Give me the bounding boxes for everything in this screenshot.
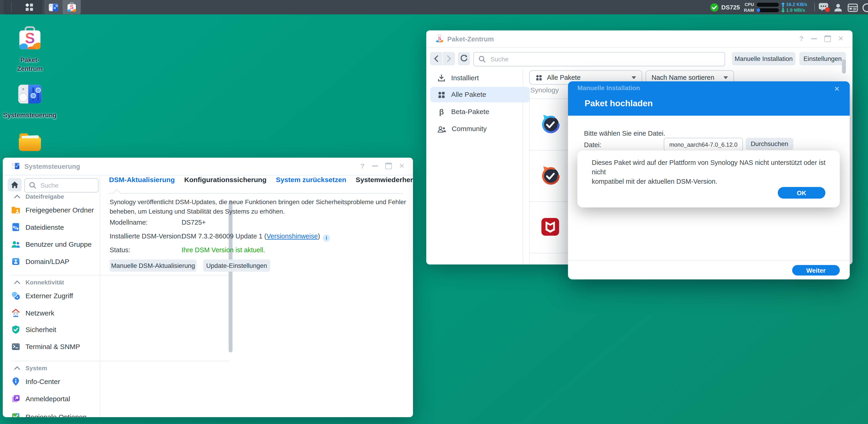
package-center-icon: S	[435, 34, 444, 43]
sidebar-section-system[interactable]: System	[14, 365, 47, 371]
widgets-icon[interactable]	[847, 3, 858, 12]
package-icon-antivirus[interactable]	[540, 217, 560, 237]
manual-dsm-update-button[interactable]: Manuelle DSM-Aktualisierung	[110, 260, 196, 272]
upload-arrow-icon	[781, 2, 785, 7]
dsm-version-label: Installierte DSM-Version:	[110, 232, 183, 240]
maximize-button[interactable]	[385, 163, 392, 169]
info-icon[interactable]: i	[323, 234, 330, 241]
settings-button[interactable]: Einstellungen	[800, 52, 846, 65]
sidebar-item-login-portal[interactable]: Anmeldeportal	[11, 394, 70, 403]
status-value: Ihre DSM Version ist aktuell.	[182, 246, 265, 254]
window-controls: ? ✕	[799, 35, 844, 42]
dialog-header: Manuelle Installation ✕ Paket hochladen	[568, 81, 850, 116]
sidebar-item-domain-ldap[interactable]: Konnektivität Domain/LDAP	[11, 257, 69, 266]
tab-dsm-update[interactable]: DSM-Aktualisierung	[109, 176, 175, 184]
control-panel-search[interactable]	[24, 178, 98, 193]
desktop-icon-control-panel[interactable]: Systemsteuerung	[0, 81, 63, 119]
sidebar-item-file-services[interactable]: Dateidienste	[11, 222, 64, 232]
sidebar-item-all-packages[interactable]: Alle Pakete	[430, 87, 530, 102]
window-title: Paket-Zentrum	[447, 35, 494, 43]
file-path-input[interactable]	[668, 140, 742, 148]
download-speed: 1.9 MB/s	[781, 7, 805, 12]
help-button[interactable]: ?	[799, 35, 803, 42]
ok-button[interactable]: OK	[778, 187, 826, 199]
info-center-icon	[11, 377, 21, 386]
chevron-up-icon	[14, 280, 21, 285]
taskbar-app-package-center[interactable]: S	[63, 0, 81, 14]
package-search[interactable]	[473, 52, 725, 66]
back-button[interactable]	[430, 52, 442, 65]
package-icon-active-backup-red[interactable]	[540, 165, 560, 185]
sidebar-item-community[interactable]: Community	[430, 122, 530, 136]
next-button[interactable]: Weiter	[792, 265, 840, 276]
sidebar-item-shared-folder[interactable]: Freigegebener Ordner	[11, 205, 94, 215]
sidebar-item-security[interactable]: Sicherheit	[11, 325, 56, 334]
desktop-icon-package-center[interactable]: S Paket- Zentrum	[2, 26, 58, 73]
svg-text:S: S	[70, 4, 73, 10]
taskbar: S DS725 CPU RAM 16.2 KB/s 1.9 MB/s	[0, 0, 868, 14]
close-button[interactable]: ✕	[399, 163, 405, 169]
home-button[interactable]	[8, 178, 22, 192]
security-shield-icon	[11, 325, 21, 334]
upload-speed: 16.2 KB/s	[781, 2, 807, 7]
sidebar-section-file-sharing[interactable]: Dateifreigabe	[14, 193, 64, 200]
forward-button[interactable]	[443, 52, 455, 65]
help-button[interactable]: ?	[360, 163, 364, 169]
close-button[interactable]: ✕	[838, 35, 844, 42]
sidebar-item-info-center[interactable]: Info-Center	[11, 377, 60, 386]
all-packages-icon	[535, 74, 542, 81]
notifications-icon[interactable]	[819, 2, 831, 13]
sidebar-scrollbar[interactable]	[229, 200, 232, 353]
control-panel-icon	[48, 2, 59, 12]
search-input[interactable]	[39, 182, 98, 189]
sidebar-item-regional-options[interactable]: Regionale Optionen	[11, 412, 87, 417]
tab-system-reset[interactable]: System zurücksetzen	[276, 176, 346, 184]
update-settings-button[interactable]: Update-Einstellungen	[203, 260, 270, 272]
sidebar-item-installed[interactable]: Installiert	[430, 71, 530, 85]
all-packages-icon	[437, 90, 445, 99]
user-menu-icon[interactable]	[833, 3, 843, 12]
maximize-button[interactable]	[824, 35, 831, 42]
content-scrollbar[interactable]	[842, 59, 846, 73]
dsm-version-value: DSM 7.3.2-86009 Update 1 (Versionshinwei…	[182, 232, 330, 242]
refresh-button[interactable]	[458, 52, 470, 65]
tab-system-restore[interactable]: Systemwiederherstellung	[356, 176, 413, 184]
svg-text:S: S	[438, 36, 441, 41]
minimize-button[interactable]	[372, 165, 378, 167]
search-input[interactable]	[489, 56, 725, 63]
sidebar-section-connectivity[interactable]: Konnektivität	[14, 279, 64, 286]
minimize-button[interactable]	[811, 38, 817, 39]
installed-icon	[437, 74, 445, 82]
terminal-icon	[11, 342, 21, 351]
network-icon	[11, 308, 21, 318]
shared-folder-icon	[11, 205, 21, 215]
chevron-right-icon	[447, 56, 451, 62]
sidebar-item-network[interactable]: Netzwerk	[11, 308, 54, 318]
sidebar-item-external-access[interactable]: Externer Zugriff	[11, 291, 73, 300]
package-center-icon: S	[17, 26, 43, 52]
search-icon	[29, 182, 37, 189]
chevron-down-icon	[632, 76, 636, 79]
taskbar-open-apps: S	[44, 0, 81, 14]
ram-usage-bar	[757, 8, 779, 12]
file-prompt: Bitte wählen Sie eine Datei.	[584, 129, 665, 137]
system-health-icon[interactable]	[710, 3, 718, 11]
control-panel-icon	[17, 81, 43, 107]
tab-config-backup[interactable]: Konfigurationssicherung	[184, 176, 267, 184]
sidebar-item-user-group[interactable]: Benutzer und Gruppe	[11, 239, 92, 249]
package-icon-active-backup[interactable]	[540, 114, 560, 134]
section-heading: Synology	[530, 86, 559, 94]
browse-button[interactable]: Durchsuchen	[746, 138, 793, 150]
package-center-icon: S	[66, 2, 77, 12]
clock-icon[interactable]	[862, 3, 868, 12]
nas-name[interactable]: DS725	[721, 4, 740, 10]
release-notes-link[interactable]: Versionshinweise	[267, 232, 318, 240]
taskbar-app-control-panel[interactable]	[44, 0, 63, 14]
app-launcher-button[interactable]	[4, 0, 42, 14]
desktop-icon-label: Paket- Zentrum	[2, 56, 58, 73]
close-icon[interactable]: ✕	[834, 85, 840, 93]
file-path-field[interactable]	[664, 138, 743, 151]
manual-install-button[interactable]: Manuelle Installation	[732, 52, 796, 65]
sidebar-item-beta-packages[interactable]: β Beta-Pakete	[430, 105, 530, 119]
sidebar-item-terminal-snmp[interactable]: Terminal & SNMP	[11, 342, 80, 351]
